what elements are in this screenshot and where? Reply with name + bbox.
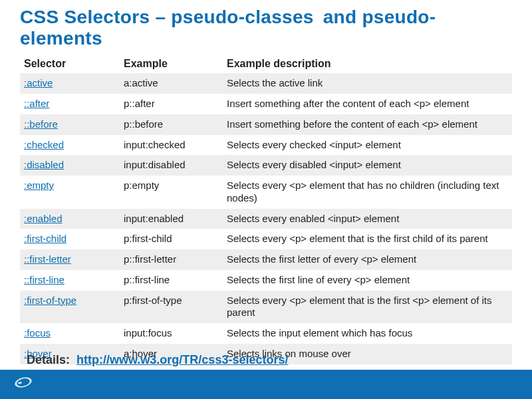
footer-bar (0, 370, 532, 399)
table-row: ::beforep::beforeInsert something before… (20, 114, 512, 135)
selector-cell: :enabled (20, 209, 120, 229)
details-line: Details: http://www.w3.org/TR/css3-selec… (27, 353, 288, 367)
selector-cell: ::first-line (20, 270, 120, 291)
table-header: Selector Example Example description (20, 55, 512, 73)
selector-link[interactable]: :disabled (24, 159, 64, 170)
selector-link[interactable]: ::after (24, 98, 49, 109)
selector-link[interactable]: :empty (24, 180, 54, 191)
description-cell: Selects the input element which has focu… (223, 323, 512, 344)
description-cell: Selects every <p> element that is the fi… (223, 229, 512, 249)
example-cell: p::before (120, 114, 223, 135)
example-cell: input:enabled (120, 209, 223, 229)
logo-icon (14, 376, 33, 390)
selector-link[interactable]: :focus (24, 327, 51, 338)
selector-link[interactable]: :active (24, 77, 53, 88)
selector-cell: :first-of-type (20, 291, 120, 324)
table-row: :enabledinput:enabledSelects every enabl… (20, 209, 512, 229)
selector-link[interactable]: :first-child (24, 233, 66, 244)
description-cell: Selects the active link (223, 73, 512, 94)
example-cell: p::after (120, 94, 223, 114)
slide: CSS Selectors – pseudo-classesand pseudo… (0, 0, 532, 364)
example-cell: p:first-of-type (120, 291, 223, 324)
selector-link[interactable]: ::first-letter (24, 253, 71, 265)
details-label: Details: (27, 353, 70, 366)
table-row: :checkedinput:checkedSelects every check… (20, 135, 512, 156)
details-link[interactable]: http://www.w3.org/TR/css3-selectors/ (76, 353, 288, 366)
selector-cell: :first-child (20, 229, 120, 249)
table-row: :focusinput:focusSelects the input eleme… (20, 323, 512, 344)
selector-link[interactable]: ::first-line (24, 274, 65, 285)
table-row: :emptyp:emptySelects every <p> element t… (20, 176, 512, 209)
selector-cell: :empty (20, 176, 120, 209)
selector-link[interactable]: :enabled (24, 213, 63, 224)
example-cell: a:active (120, 73, 223, 94)
table-row: ::first-letterp::first-letterSelects the… (20, 249, 512, 270)
example-cell: input:checked (120, 135, 223, 156)
selector-cell: :focus (20, 323, 120, 344)
col-description: Example description (223, 55, 512, 73)
example-cell: p::first-line (120, 270, 223, 291)
page-title: CSS Selectors – pseudo-classesand pseudo… (20, 7, 512, 49)
table-row: ::afterp::afterInsert something after th… (20, 94, 512, 114)
table-row: ::first-linep::first-lineSelects the fir… (20, 270, 512, 291)
description-cell: Insert something after the content of ea… (223, 94, 512, 114)
description-cell: Selects every checked <input> element (223, 135, 512, 156)
description-cell: Selects every <p> element that is the fi… (223, 291, 512, 324)
selector-cell: ::first-letter (20, 249, 120, 270)
example-cell: input:focus (120, 323, 223, 344)
table-body: :activea:activeSelects the active link::… (20, 73, 512, 364)
selector-link[interactable]: :checked (24, 139, 64, 150)
example-cell: p:first-child (120, 229, 223, 249)
description-cell: Selects the first line of every <p> elem… (223, 270, 512, 291)
table-row: :disabledinput:disabledSelects every dis… (20, 155, 512, 176)
description-cell: Selects every disabled <input> element (223, 155, 512, 176)
col-selector: Selector (20, 55, 120, 73)
selector-cell: :disabled (20, 155, 120, 176)
table-row: :first-of-typep:first-of-typeSelects eve… (20, 291, 512, 324)
description-cell: Selects every enabled <input> element (223, 209, 512, 229)
col-example: Example (120, 55, 223, 73)
selector-cell: ::after (20, 94, 120, 114)
table-row: :activea:activeSelects the active link (20, 73, 512, 94)
example-cell: input:disabled (120, 155, 223, 176)
title-part-a: CSS Selectors – pseudo-classes (20, 7, 314, 27)
description-cell: Selects the first letter of every <p> el… (223, 249, 512, 270)
selector-cell: ::before (20, 114, 120, 135)
selector-link[interactable]: ::before (24, 118, 58, 130)
description-cell: Selects every <p> element that has no ch… (223, 176, 512, 209)
selectors-table: Selector Example Example description :ac… (20, 55, 512, 364)
description-cell: Insert something before the content of e… (223, 114, 512, 135)
table-row: :first-childp:first-childSelects every <… (20, 229, 512, 249)
example-cell: p:empty (120, 176, 223, 209)
selector-cell: :checked (20, 135, 120, 156)
selector-cell: :active (20, 73, 120, 94)
example-cell: p::first-letter (120, 249, 223, 270)
selector-link[interactable]: :first-of-type (24, 295, 76, 306)
